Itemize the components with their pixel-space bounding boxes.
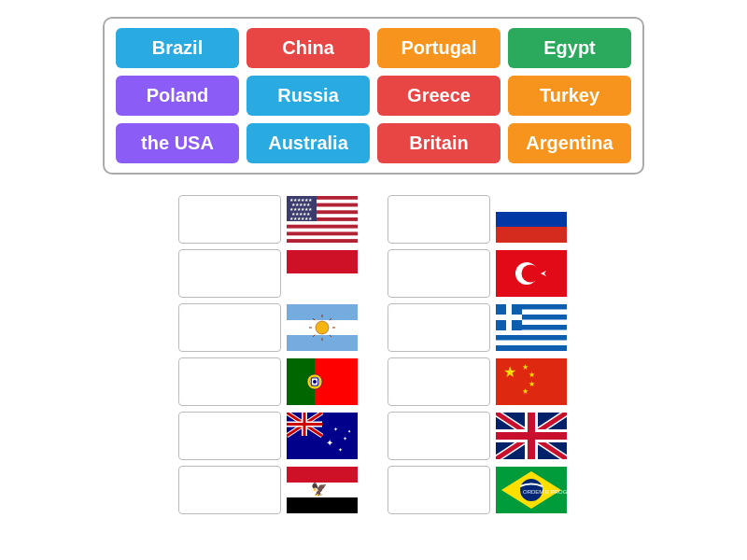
answer-box[interactable] <box>178 357 281 406</box>
flag-britain <box>494 412 569 460</box>
answer-box[interactable] <box>178 466 281 514</box>
svg-rect-66 <box>496 335 567 341</box>
svg-text:🦅: 🦅 <box>311 482 328 497</box>
svg-text:★: ★ <box>503 364 516 380</box>
svg-rect-67 <box>496 341 567 346</box>
word-tile-argentina[interactable]: Argentina <box>508 123 631 163</box>
svg-rect-13 <box>287 250 358 273</box>
svg-text:★: ★ <box>529 371 535 379</box>
flag-usa: ★★★★★★ ★★★★★ ★★★★★★ ★★★★★ ★★★★★★ <box>285 195 359 244</box>
flag-china: ★ ★ ★ ★ ★ <box>494 357 569 406</box>
svg-rect-14 <box>287 273 358 297</box>
flag-turkey <box>494 249 569 298</box>
right-answer-column <box>388 195 490 514</box>
word-tile-poland[interactable]: Poland <box>116 76 239 116</box>
svg-rect-48 <box>287 467 358 483</box>
svg-text:★: ★ <box>529 380 535 388</box>
flag-argentina <box>285 303 359 352</box>
svg-rect-52 <box>496 196 567 212</box>
flag-egypt: 🦅 <box>285 466 359 514</box>
svg-rect-65 <box>496 330 567 336</box>
svg-rect-68 <box>496 345 567 351</box>
svg-rect-50 <box>287 497 358 513</box>
answer-box[interactable] <box>388 466 490 514</box>
flag-greece <box>494 303 569 352</box>
svg-rect-71 <box>496 315 522 320</box>
word-tile-egypt[interactable]: Egypt <box>508 28 631 68</box>
svg-rect-4 <box>287 221 358 225</box>
right-flag-column: ★ ★ ★ ★ ★ <box>494 195 569 514</box>
flag-portugal <box>285 357 359 406</box>
flag-australia: ✦ ✦ ✦ ✦ ✦ <box>285 412 359 460</box>
word-tile-australia[interactable]: Australia <box>247 123 370 163</box>
answer-box[interactable] <box>178 249 281 298</box>
word-tile-brazil[interactable]: Brazil <box>116 28 239 68</box>
svg-text:✦: ✦ <box>347 428 351 434</box>
word-tile-china[interactable]: China <box>247 28 370 68</box>
svg-rect-17 <box>287 335 358 351</box>
svg-point-18 <box>316 321 329 334</box>
svg-text:★★★★★★: ★★★★★★ <box>289 216 313 221</box>
word-tile-russia[interactable]: Russia <box>247 76 370 116</box>
svg-rect-54 <box>496 227 567 243</box>
flag-brazil: ORDEM E PROGRESSO <box>494 466 569 514</box>
svg-text:✦: ✦ <box>333 427 338 432</box>
svg-text:★: ★ <box>522 363 529 371</box>
svg-rect-16 <box>287 304 358 320</box>
word-tile-turkey[interactable]: Turkey <box>508 76 631 116</box>
word-tile-britain[interactable]: Britain <box>377 123 500 163</box>
answer-box[interactable] <box>178 195 281 244</box>
left-answer-column <box>178 195 281 514</box>
answer-box[interactable] <box>388 249 490 298</box>
flag-indonesia <box>285 249 359 298</box>
answer-box[interactable] <box>388 195 490 244</box>
svg-text:✦: ✦ <box>326 438 333 448</box>
word-tile-greece[interactable]: Greece <box>377 76 500 116</box>
word-tile-usa[interactable]: the USA <box>116 123 239 163</box>
flag-russia <box>494 195 569 244</box>
svg-text:★: ★ <box>522 387 529 396</box>
answer-box[interactable] <box>388 303 490 352</box>
answer-box[interactable] <box>388 412 490 460</box>
svg-rect-53 <box>496 212 567 227</box>
svg-point-57 <box>522 265 540 283</box>
left-flag-column: ★★★★★★ ★★★★★ ★★★★★★ ★★★★★ ★★★★★★ <box>285 195 359 514</box>
svg-point-32 <box>313 380 317 384</box>
svg-rect-5 <box>287 229 358 232</box>
answer-box[interactable] <box>178 303 281 352</box>
svg-text:ORDEM E PROGRESSO: ORDEM E PROGRESSO <box>523 489 567 495</box>
svg-text:✦: ✦ <box>338 447 343 453</box>
match-area: ★★★★★★ ★★★★★ ★★★★★★ ★★★★★ ★★★★★★ <box>0 195 747 514</box>
svg-rect-6 <box>287 235 358 239</box>
word-bank: BrazilChinaPortugalEgyptPolandRussiaGree… <box>103 17 644 175</box>
answer-box[interactable] <box>178 412 281 460</box>
svg-text:✦: ✦ <box>343 436 347 441</box>
word-tile-portugal[interactable]: Portugal <box>377 28 500 68</box>
answer-box[interactable] <box>388 357 490 406</box>
